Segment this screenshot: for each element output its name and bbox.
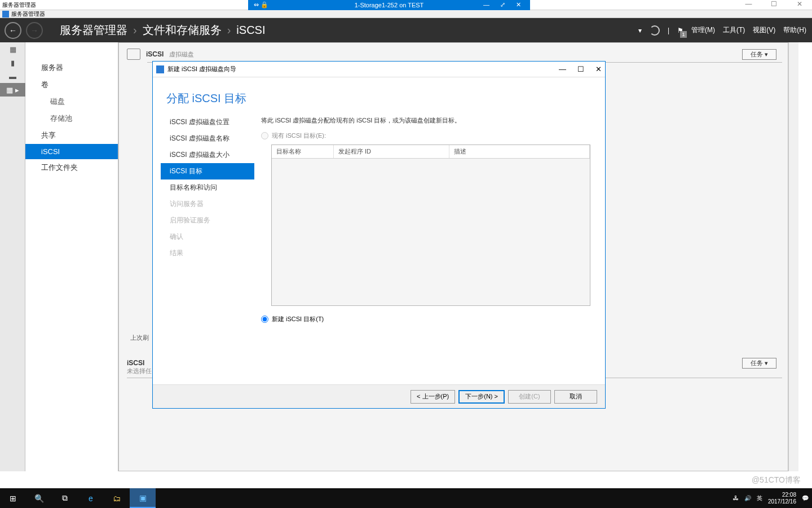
col-description[interactable]: 描述 [449, 145, 590, 158]
outer-window-controls: — ☐ ✕ [736, 0, 812, 10]
section-subtitle: 虚拟磁盘 [169, 50, 194, 59]
wizard-titlebar[interactable]: 新建 iSCSI 虚拟磁盘向导 — ☐ ✕ [153, 62, 605, 77]
rail-file-storage-icon[interactable]: ▦ ▸ [0, 83, 25, 97]
wizard-step-auth: 启用验证服务 [165, 212, 254, 229]
wizard-step-name[interactable]: iSCSI 虚拟磁盘名称 [165, 130, 254, 147]
radio-new-label: 新建 iSCSI 目标(T) [272, 315, 324, 323]
wizard-step-results: 结果 [165, 245, 254, 261]
tasks-dropdown[interactable]: 任务 ▾ [742, 49, 776, 60]
wizard-heading: 分配 iSCSI 目标 [153, 77, 605, 114]
breadcrumb-file-storage[interactable]: 文件和存储服务 [143, 23, 222, 38]
volume-icon[interactable]: 🔊 [744, 495, 751, 501]
chevron-right-icon: › [133, 24, 137, 37]
wizard-step-size[interactable]: iSCSI 虚拟磁盘大小 [165, 147, 254, 163]
next-button[interactable]: 下一步(N) > [458, 390, 505, 404]
menu-help[interactable]: 帮助(H) [783, 25, 806, 35]
clock-date: 2017/12/16 [768, 498, 796, 505]
section-iscsi-vdisks: iSCSI 虚拟磁盘 任务 ▾ [125, 49, 782, 60]
wizard-content: 将此 iSCSI 虚拟磁盘分配给现有的 iSCSI 目标，或为该磁盘创建新目标。… [254, 114, 605, 408]
sidebar-item-volumes[interactable]: 卷 [25, 76, 118, 93]
cancel-button[interactable]: 取消 [554, 390, 597, 404]
section2-title: iSCSI [127, 359, 144, 367]
action-center-icon[interactable]: 💬 [802, 495, 809, 501]
wizard-maximize-button[interactable]: ☐ [577, 65, 584, 73]
scrollbar[interactable] [788, 42, 798, 471]
wizard-step-nav: iSCSI 虚拟磁盘位置 iSCSI 虚拟磁盘名称 iSCSI 虚拟磁盘大小 i… [153, 114, 254, 408]
sidebar: 服务器 卷 磁盘 存储池 共享 iSCSI 工作文件夹 [25, 42, 118, 471]
start-button[interactable]: ⊞ [0, 488, 26, 508]
vm-connection-bar[interactable]: ⇔ 🔒 1-Storage1-252 on TEST — ⤢ ✕ [248, 0, 530, 10]
sidebar-item-work-folders[interactable]: 工作文件夹 [25, 159, 118, 176]
wizard-title: 新建 iSCSI 虚拟磁盘向导 [167, 65, 236, 73]
radio-new-target[interactable]: 新建 iSCSI 目标(T) [261, 312, 590, 327]
breadcrumb: 服务器管理器 › 文件和存储服务 › iSCSI [60, 23, 265, 38]
sidebar-item-storage-pools[interactable]: 存储池 [25, 110, 118, 127]
prev-button[interactable]: < 上一步(P) [411, 390, 455, 404]
outer-window-title: 服务器管理器 [2, 1, 36, 9]
breadcrumb-root[interactable]: 服务器管理器 [60, 23, 127, 38]
explorer-icon[interactable]: 🗂 [104, 488, 130, 508]
existing-targets-table: 目标名称 发起程序 ID 描述 [271, 144, 590, 306]
server-manager-header: ← → 服务器管理器 › 文件和存储服务 › iSCSI ▾ | ⚑1 管理(M… [0, 18, 812, 42]
wizard-step-location[interactable]: iSCSI 虚拟磁盘位置 [165, 114, 254, 130]
icon-rail: ▦ ▮ ▬ ▦ ▸ [0, 42, 25, 471]
chevron-right-icon: › [227, 24, 231, 37]
network-icon[interactable]: 🖧 [733, 495, 739, 501]
new-iscsi-vdisk-wizard: 新建 iSCSI 虚拟磁盘向导 — ☐ ✕ 分配 iSCSI 目标 iSCSI … [152, 61, 606, 409]
maximize-button[interactable]: ☐ [761, 0, 787, 10]
dropdown-caret-icon[interactable]: ▾ [638, 27, 642, 34]
radio-existing-label: 现有 iSCSI 目标(E): [272, 132, 326, 140]
rail-servers-icon[interactable]: ▮ [0, 56, 25, 69]
wizard-step-target-name[interactable]: 目标名称和访问 [165, 179, 254, 196]
menu-view[interactable]: 视图(V) [753, 25, 775, 35]
clock[interactable]: 22:08 2017/12/16 [768, 492, 796, 505]
radio-existing-input[interactable] [261, 132, 268, 139]
col-initiator-id[interactable]: 发起程序 ID [334, 145, 449, 158]
wizard-minimize-button[interactable]: — [559, 65, 566, 73]
tasks-dropdown-2[interactable]: 任务 ▾ [742, 358, 776, 369]
wizard-intro-text: 将此 iSCSI 虚拟磁盘分配给现有的 iSCSI 目标，或为该磁盘创建新目标。 [261, 116, 590, 125]
search-icon[interactable]: 🔍 [26, 488, 52, 508]
forward-button: → [26, 22, 43, 39]
sidebar-item-disks[interactable]: 磁盘 [25, 93, 118, 110]
breadcrumb-iscsi[interactable]: iSCSI [236, 24, 265, 37]
refresh-icon[interactable] [650, 25, 660, 36]
pin-lock-icon[interactable]: ⇔ 🔒 [254, 1, 268, 8]
ie-icon[interactable]: e [78, 488, 104, 508]
radio-new-input[interactable] [261, 316, 268, 323]
task-view-icon[interactable]: ⧉ [52, 488, 78, 508]
notifications-flag-icon[interactable]: ⚑1 [677, 27, 683, 34]
radio-existing-target[interactable]: 现有 iSCSI 目标(E): [261, 128, 590, 143]
sidebar-item-shares[interactable]: 共享 [25, 127, 118, 144]
wizard-icon [156, 65, 164, 73]
ime-indicator[interactable]: 英 [757, 494, 762, 502]
create-button: 创建(C) [508, 390, 551, 404]
wizard-close-button[interactable]: ✕ [595, 65, 602, 73]
notifications-count-badge: 1 [680, 31, 687, 38]
vm-window-controls[interactable]: — ⤢ ✕ [483, 1, 526, 8]
taskbar[interactable]: ⊞ 🔍 ⧉ e 🗂 ▣ 🖧 🔊 英 22:08 2017/12/16 💬 [0, 488, 812, 508]
wizard-step-access-servers: 访问服务器 [165, 196, 254, 212]
close-button[interactable]: ✕ [787, 0, 812, 10]
server-manager-titlebar: 服务器管理器 [0, 10, 812, 18]
server-manager-icon [2, 11, 9, 17]
server-manager-taskbar-icon[interactable]: ▣ [130, 488, 156, 508]
header-right-controls: ▾ | ⚑1 管理(M) 工具(T) 视图(V) 帮助(H) [638, 25, 806, 36]
minimize-button[interactable]: — [736, 0, 761, 10]
sidebar-item-servers[interactable]: 服务器 [25, 59, 118, 76]
clock-time: 22:08 [768, 492, 796, 498]
rail-volumes-icon[interactable]: ▬ [0, 69, 25, 83]
rail-dashboard-icon[interactable]: ▦ [0, 42, 25, 56]
menu-tools[interactable]: 工具(T) [723, 25, 745, 35]
table-header: 目标名称 发起程序 ID 描述 [272, 145, 590, 159]
section-title: iSCSI [146, 50, 164, 58]
wizard-step-target[interactable]: iSCSI 目标 [161, 163, 254, 179]
wizard-footer: < 上一步(P) 下一步(N) > 创建(C) 取消 [153, 384, 605, 408]
col-target-name[interactable]: 目标名称 [272, 145, 334, 158]
back-button[interactable]: ← [5, 22, 21, 39]
sidebar-item-iscsi[interactable]: iSCSI [25, 144, 118, 159]
wizard-step-confirm: 确认 [165, 229, 254, 245]
system-tray[interactable]: 🖧 🔊 英 22:08 2017/12/16 💬 [733, 492, 809, 505]
server-manager-title: 服务器管理器 [11, 10, 45, 18]
menu-manage[interactable]: 管理(M) [691, 25, 715, 35]
